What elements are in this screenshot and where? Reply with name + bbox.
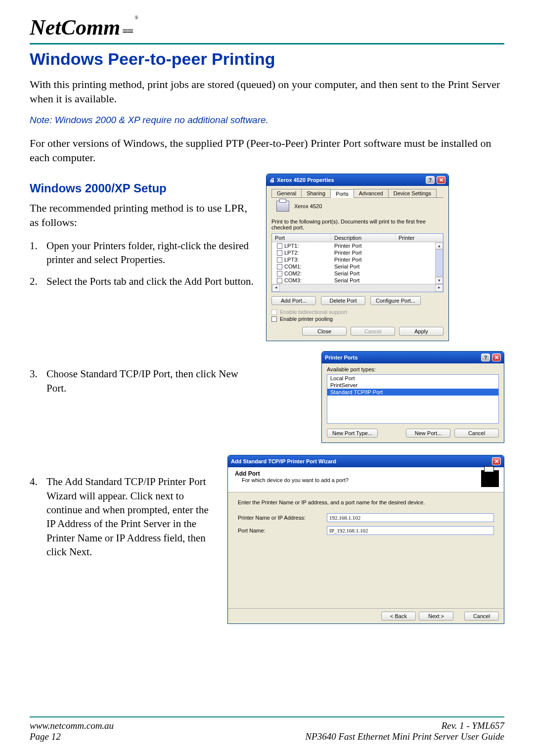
registered-icon: ® bbox=[134, 15, 138, 20]
lead-text: The recommended printing method is to us… bbox=[30, 201, 257, 229]
horizontal-scrollbar[interactable]: ◂ ▸ bbox=[272, 284, 443, 292]
port-row[interactable]: LPT3: Printer Port bbox=[272, 256, 435, 263]
next-button[interactable]: Next > bbox=[419, 612, 453, 621]
col-port[interactable]: Port bbox=[272, 234, 331, 242]
document-page: NetComm ≡≡ ® Windows Peer-to-peer Printi… bbox=[0, 0, 534, 634]
close-button[interactable]: Close bbox=[302, 327, 347, 336]
brand-logo-lines: ≡≡ bbox=[122, 25, 133, 37]
help-icon[interactable]: ? bbox=[481, 354, 490, 361]
step3-row: 3. Choose Standard TCP/IP Port, then cli… bbox=[30, 351, 504, 455]
cancel-button[interactable]: Cancel bbox=[464, 612, 499, 621]
port-desc: Printer Port bbox=[331, 242, 396, 249]
scroll-left-icon[interactable]: ◂ bbox=[272, 284, 280, 292]
left-column: Windows 2000/XP Setup The recommended pr… bbox=[30, 174, 257, 351]
col-description[interactable]: Description bbox=[331, 234, 396, 242]
new-port-button[interactable]: New Port... bbox=[406, 429, 450, 438]
scroll-up-icon[interactable]: ▴ bbox=[435, 242, 443, 249]
list-item[interactable]: Local Port bbox=[327, 375, 498, 382]
scroll-right-icon[interactable]: ▸ bbox=[435, 284, 443, 292]
back-button[interactable]: < Back bbox=[381, 612, 416, 621]
step4-row: 4. The Add Standard TCP/IP Printer Port … bbox=[30, 455, 504, 634]
col-printer[interactable]: Printer bbox=[396, 234, 443, 242]
dialog-titlebar[interactable]: Add Standard TCP/IP Printer Port Wizard … bbox=[228, 455, 504, 467]
brand-header: NetComm ≡≡ ® bbox=[30, 15, 504, 40]
port-name-input[interactable] bbox=[327, 526, 494, 535]
port-name: LPT1: bbox=[284, 243, 299, 249]
note-text: Note: Windows 2000 & XP require no addit… bbox=[30, 115, 504, 126]
list-item[interactable]: Standard TCP/IP Port bbox=[327, 389, 498, 396]
scroll-track[interactable] bbox=[280, 284, 435, 292]
ports-table-header: Port Description Printer bbox=[272, 234, 443, 242]
checkbox-icon[interactable] bbox=[271, 316, 277, 322]
dialog-titlebar[interactable]: 🖨 Xerox 4520 Properties ? ✕ bbox=[267, 174, 448, 186]
step-number: 3. bbox=[30, 367, 46, 395]
step-text: The Add Standard TCP/IP Printer Port Wiz… bbox=[46, 475, 219, 559]
cancel-button[interactable]: Cancel bbox=[454, 429, 499, 438]
ports-table[interactable]: Port Description Printer LPT1: Printer P… bbox=[271, 233, 444, 292]
checkbox-icon[interactable] bbox=[277, 257, 282, 263]
add-port-button[interactable]: Add Port... bbox=[271, 296, 316, 305]
section-title: Windows Peer-to-peer Printing bbox=[30, 49, 504, 69]
tab-general[interactable]: General bbox=[271, 189, 302, 197]
pooling-checkbox-row[interactable]: Enable printer pooling bbox=[271, 316, 444, 322]
right-column: 🖨 Xerox 4520 Properties ? ✕ General Shar… bbox=[266, 174, 504, 351]
bidirectional-checkbox-row: Enable bidirectional support bbox=[271, 309, 444, 315]
wizard-header-subtitle: For which device do you want to add a po… bbox=[242, 477, 481, 483]
wizard-header: Add Port For which device do you want to… bbox=[228, 467, 504, 492]
new-port-type-button[interactable]: New Port Type... bbox=[327, 429, 378, 438]
printer-icon bbox=[276, 201, 289, 212]
checkbox-icon[interactable] bbox=[277, 271, 282, 276]
port-types-listbox[interactable]: Local Port PrintServer Standard TCP/IP P… bbox=[327, 374, 499, 424]
footer-revision: Rev. 1 - YML657 bbox=[442, 720, 504, 731]
printer-name: Xerox 4520 bbox=[294, 203, 322, 209]
checkbox-icon[interactable] bbox=[277, 250, 282, 256]
vertical-scrollbar[interactable]: ▴ ▾ bbox=[435, 242, 443, 284]
scroll-down-icon[interactable]: ▾ bbox=[435, 277, 443, 284]
configure-port-button[interactable]: Configure Port... bbox=[370, 296, 421, 305]
step-text: Open your Printers folder, right-click t… bbox=[46, 239, 257, 267]
port-name: LPT3: bbox=[284, 257, 299, 263]
port-name: COM2: bbox=[284, 270, 302, 276]
list-item[interactable]: PrintServer bbox=[327, 382, 498, 389]
port-desc: Serial Port bbox=[331, 263, 396, 270]
tab-advanced[interactable]: Advanced bbox=[354, 189, 389, 197]
bidirectional-label: Enable bidirectional support bbox=[280, 309, 347, 315]
checkbox-icon[interactable] bbox=[277, 264, 282, 269]
scroll-thumb[interactable] bbox=[435, 249, 443, 277]
add-port-wizard-dialog: Add Standard TCP/IP Printer Port Wizard … bbox=[227, 455, 504, 624]
port-row[interactable]: COM1: Serial Port bbox=[272, 263, 435, 270]
dialog-body: General Sharing Ports Advanced Device Se… bbox=[267, 186, 448, 341]
port-row[interactable]: COM2: Serial Port bbox=[272, 270, 435, 277]
close-icon[interactable]: ✕ bbox=[437, 176, 445, 184]
close-icon[interactable]: ✕ bbox=[492, 457, 501, 465]
port-row[interactable]: COM3: Serial Port bbox=[272, 277, 435, 284]
step-1: 1. Open your Printers folder, right-clic… bbox=[30, 239, 257, 267]
step-text: Choose Standard TCP/IP Port, then click … bbox=[46, 367, 257, 395]
setup-two-column: Windows 2000/XP Setup The recommended pr… bbox=[30, 174, 504, 351]
checkbox-icon[interactable] bbox=[277, 278, 282, 283]
footer-url: www.netcomm.com.au bbox=[30, 720, 114, 731]
tab-sharing[interactable]: Sharing bbox=[301, 189, 331, 197]
port-row[interactable]: LPT1: Printer Port bbox=[272, 242, 435, 249]
dialog-titlebar[interactable]: Printer Ports ? ✕ bbox=[322, 352, 504, 363]
help-icon[interactable]: ? bbox=[426, 176, 435, 184]
subsection-title: Windows 2000/XP Setup bbox=[30, 181, 257, 195]
ip-address-input[interactable] bbox=[327, 513, 494, 522]
delete-port-button[interactable]: Delete Port bbox=[321, 296, 365, 305]
port-name-label: Port Name: bbox=[238, 528, 327, 534]
checkbox-icon[interactable] bbox=[277, 243, 282, 249]
page-footer: www.netcomm.com.au Rev. 1 - YML657 Page … bbox=[30, 716, 504, 742]
tab-device-settings[interactable]: Device Settings bbox=[388, 189, 437, 197]
port-name: COM3: bbox=[284, 277, 302, 283]
apply-button[interactable]: Apply bbox=[399, 327, 444, 336]
printer-icon bbox=[481, 470, 499, 487]
close-icon[interactable]: ✕ bbox=[492, 354, 501, 361]
printer-name-row: Xerox 4520 bbox=[276, 201, 444, 212]
tab-strip: General Sharing Ports Advanced Device Se… bbox=[271, 189, 444, 198]
port-name: COM1: bbox=[284, 264, 302, 269]
printer-properties-dialog: 🖨 Xerox 4520 Properties ? ✕ General Shar… bbox=[266, 174, 449, 341]
port-row[interactable]: LPT2: Printer Port bbox=[272, 249, 435, 256]
port-name-row: Port Name: bbox=[238, 526, 494, 535]
tab-ports[interactable]: Ports bbox=[330, 189, 354, 198]
wizard-instruction: Enter the Printer Name or IP address, an… bbox=[238, 499, 494, 505]
